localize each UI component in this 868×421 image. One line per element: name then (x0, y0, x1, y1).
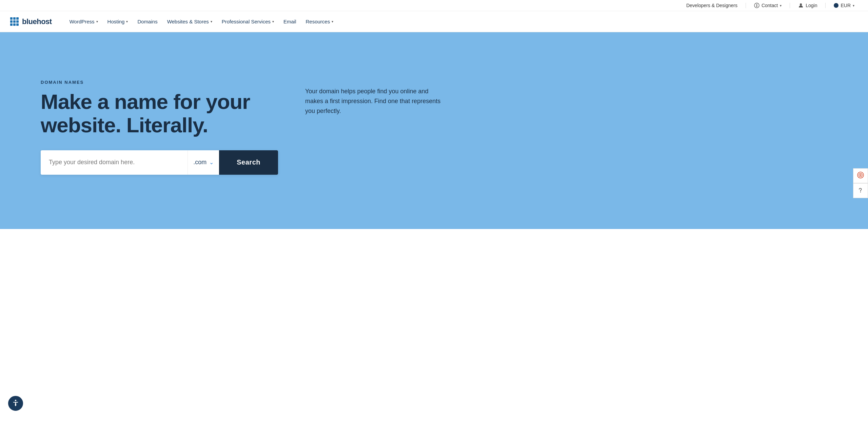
hero-eyebrow: DOMAIN NAMES (41, 80, 278, 85)
logo-link[interactable]: bluehost (10, 17, 52, 26)
nav-label-websites: Websites & Stores (167, 19, 209, 24)
search-box: .com ⌄ Search (41, 150, 278, 175)
logo-text: bluehost (22, 17, 52, 26)
contact-label: Contact (762, 3, 778, 8)
wordpress-chevron: ▾ (96, 20, 98, 23)
side-widgets (853, 168, 868, 198)
tld-selector[interactable]: .com ⌄ (188, 150, 219, 175)
professional-chevron: ▾ (272, 20, 274, 23)
search-button[interactable]: Search (219, 150, 278, 175)
domain-search-input[interactable] (49, 159, 179, 166)
nav-label-hosting: Hosting (107, 19, 125, 24)
divider-1 (746, 3, 746, 8)
hosting-chevron: ▾ (126, 20, 128, 23)
nav-label-professional: Professional Services (222, 19, 271, 24)
nav-item-email: Email (279, 16, 300, 27)
developers-label: Developers & Designers (686, 3, 737, 8)
logo-grid (10, 17, 19, 26)
user-icon (798, 3, 804, 8)
search-button-label: Search (237, 158, 260, 166)
hero-description: Your domain helps people find you online… (305, 87, 448, 116)
nav-link-email[interactable]: Email (279, 16, 300, 27)
nav-label-wordpress: WordPress (70, 19, 95, 24)
contact-link[interactable]: Contact ▾ (754, 3, 782, 8)
divider-3 (825, 3, 826, 8)
search-input-wrap (41, 150, 188, 175)
nav-link-wordpress[interactable]: WordPress ▾ (65, 16, 102, 27)
currency-link[interactable]: EUR ▾ (834, 3, 854, 8)
contact-icon (754, 3, 760, 8)
side-widget-chat[interactable] (853, 168, 868, 183)
nav-label-resources: Resources (306, 19, 330, 24)
nav-label-email: Email (283, 19, 296, 24)
hero-title: Make a name for your website. Literally. (41, 90, 278, 136)
nav-item-resources: Resources ▾ (302, 16, 338, 27)
hero-left: DOMAIN NAMES Make a name for your websit… (41, 80, 278, 174)
hero-content: DOMAIN NAMES Make a name for your websit… (41, 80, 448, 174)
bottom-area (0, 229, 868, 249)
contact-chevron: ▾ (780, 4, 782, 7)
nav-items: WordPress ▾ Hosting ▾ Domains Websites &… (65, 16, 338, 27)
tld-chevron: ⌄ (209, 159, 214, 166)
svg-point-3 (800, 3, 802, 5)
nav-link-resources[interactable]: Resources ▾ (302, 16, 338, 27)
svg-point-6 (860, 174, 861, 176)
hero-right: Your domain helps people find you online… (305, 80, 448, 116)
main-nav: bluehost WordPress ▾ Hosting ▾ Domains W… (0, 11, 868, 32)
nav-item-domains: Domains (133, 16, 161, 27)
nav-link-professional[interactable]: Professional Services ▾ (218, 16, 278, 27)
login-label: Login (806, 3, 817, 8)
currency-dot (834, 3, 839, 8)
currency-label: EUR (841, 3, 851, 8)
websites-chevron: ▾ (211, 20, 212, 23)
nav-item-professional: Professional Services ▾ (218, 16, 278, 27)
top-bar: Developers & Designers Contact ▾ Login E… (0, 0, 868, 11)
currency-chevron: ▾ (853, 4, 854, 7)
nav-link-hosting[interactable]: Hosting ▾ (103, 16, 132, 27)
help-icon (857, 187, 864, 195)
developers-link[interactable]: Developers & Designers (686, 3, 737, 8)
tld-value: .com (193, 159, 206, 166)
chat-icon (857, 172, 864, 180)
side-widget-help[interactable] (853, 183, 868, 198)
svg-point-7 (860, 192, 861, 192)
nav-item-hosting: Hosting ▾ (103, 16, 132, 27)
divider-2 (790, 3, 790, 8)
nav-item-wordpress: WordPress ▾ (65, 16, 102, 27)
svg-point-1 (756, 4, 757, 5)
svg-rect-2 (756, 5, 757, 7)
nav-item-websites: Websites & Stores ▾ (163, 16, 216, 27)
login-link[interactable]: Login (798, 3, 817, 8)
nav-link-websites[interactable]: Websites & Stores ▾ (163, 16, 216, 27)
nav-label-domains: Domains (137, 19, 157, 24)
resources-chevron: ▾ (332, 20, 333, 23)
hero-section: DOMAIN NAMES Make a name for your websit… (0, 32, 868, 229)
nav-link-domains[interactable]: Domains (133, 16, 161, 27)
